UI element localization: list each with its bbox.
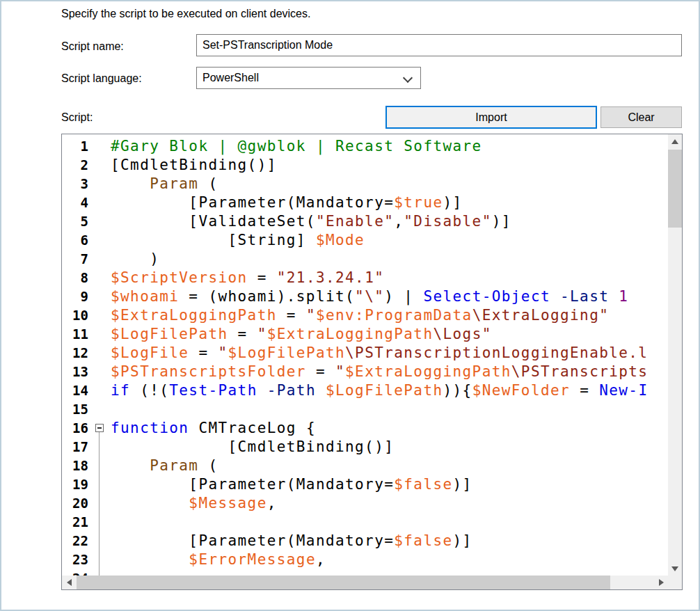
line-number: 16	[62, 419, 93, 438]
line-number: 24	[62, 569, 93, 576]
code-line[interactable]: $ScriptVersion = "21.3.24.1"	[111, 269, 668, 287]
line-number: 3	[62, 175, 93, 193]
code-token-plain: [ValidateSet(	[111, 213, 316, 230]
code-line[interactable]	[111, 569, 668, 576]
code-token-variable: $false	[394, 532, 452, 549]
code-token-variable: $PSTranscriptsFolder	[111, 363, 306, 380]
code-line[interactable]: $Message,	[111, 494, 668, 513]
code-token-variable: $LogFile	[111, 344, 189, 361]
code-token-plain: ,	[316, 551, 326, 568]
script-language-select[interactable]: PowerShell	[196, 67, 421, 89]
scroll-down-button[interactable]	[668, 562, 682, 576]
code-line[interactable]: #Gary Blok | @gwblok | Recast Software	[111, 137, 668, 156]
code-token-string: \Logs"	[433, 326, 491, 342]
code-token-plain: )]	[443, 194, 462, 211]
code-line[interactable]: [CmdletBinding()]	[111, 156, 668, 175]
line-number: 11	[62, 325, 93, 344]
code-token-plain	[550, 288, 560, 305]
code-line[interactable]: [String] $Mode	[111, 231, 668, 250]
code-token-plain: = (whoami).split(	[179, 288, 355, 305]
code-token-string: \PSTranscriptionLoggingEnable.l	[345, 344, 648, 361]
code-token-keyword: if	[111, 382, 130, 399]
import-button[interactable]: Import	[385, 106, 597, 129]
code-token-variable: $ExtraLoggingPath	[345, 363, 511, 380]
script-language-label: Script language:	[61, 72, 142, 85]
code-token-plain: =	[306, 363, 335, 380]
code-line[interactable]: [Parameter(Mandatory=$true)]	[111, 193, 668, 212]
code-token-variable: $ScriptVersion	[111, 269, 248, 286]
code-line[interactable]: )	[111, 250, 668, 269]
code-line[interactable]: $ExtraLoggingPath = "$env:ProgramData\Ex…	[111, 306, 668, 325]
line-number: 1	[62, 137, 93, 156]
line-number: 8	[62, 269, 93, 287]
code-token-plain: =	[248, 269, 277, 286]
code-token-string: "\"	[355, 288, 384, 305]
code-token-plain: CMTraceLog {	[189, 420, 316, 436]
code-token-plain: )]	[453, 532, 472, 549]
line-number: 23	[62, 550, 93, 569]
code-token-parameter: -Path	[267, 382, 316, 399]
line-number: 2	[62, 156, 93, 175]
scroll-left-button[interactable]	[62, 576, 76, 589]
code-line[interactable]: $PSTranscriptsFolder = "$ExtraLoggingPat…	[111, 363, 668, 381]
script-language-value: PowerShell	[202, 72, 259, 84]
code-line[interactable]: $ErrorMessage,	[111, 550, 668, 569]
code-token-plain: =	[277, 307, 306, 324]
scroll-up-icon	[671, 139, 678, 144]
code-line[interactable]	[111, 400, 668, 419]
scroll-down-icon	[671, 566, 678, 571]
line-number: 10	[62, 306, 93, 325]
code-lines[interactable]: #Gary Blok | @gwblok | Recast Software[C…	[106, 134, 668, 576]
code-line[interactable]: function CMTraceLog {	[111, 419, 668, 438]
code-token-variable: $ExtraLoggingPath	[267, 326, 433, 342]
code-line[interactable]: [CmdletBinding()]	[111, 438, 668, 457]
code-line[interactable]: [Parameter(Mandatory=$false)]	[111, 532, 668, 550]
script-name-input[interactable]	[196, 34, 682, 56]
chevron-down-icon	[403, 73, 413, 83]
scroll-left-icon	[67, 579, 72, 586]
code-token-plain: (	[198, 175, 218, 192]
scroll-up-button[interactable]	[668, 134, 682, 148]
code-token-variable: $LogFilePath	[228, 344, 346, 361]
code-token-cmdlet: Test-Path	[169, 382, 257, 399]
horizontal-scrollbar[interactable]	[62, 576, 668, 589]
code-line[interactable]: [ValidateSet("Enable","Disable")]	[111, 212, 668, 231]
line-number: 19	[62, 475, 93, 494]
line-number: 12	[62, 344, 93, 363]
fold-collapse-icon[interactable]	[95, 424, 104, 432]
code-line[interactable]: $LogFilePath = "$ExtraLoggingPath\Logs"	[111, 325, 668, 344]
code-token-keyword2: Param	[150, 175, 198, 192]
code-line[interactable]: $LogFile = "$LogFilePath\PSTranscription…	[111, 344, 668, 363]
line-number: 14	[62, 381, 93, 400]
code-line[interactable]: if (!(Test-Path -Path $LogFilePath)){$Ne…	[111, 381, 668, 400]
vertical-scrollbar[interactable]	[668, 134, 682, 576]
code-token-variable: $ErrorMessage	[189, 551, 316, 568]
line-number: 13	[62, 363, 93, 381]
code-token-plain	[257, 382, 267, 399]
code-line[interactable]: $whoami = (whoami).split("\") | Select-O…	[111, 287, 668, 306]
line-number: 5	[62, 212, 93, 231]
code-token-plain: )	[111, 251, 159, 267]
code-line[interactable]: [Parameter(Mandatory=$false)]	[111, 475, 668, 494]
clear-button[interactable]: Clear	[600, 106, 682, 128]
code-token-plain	[609, 288, 619, 305]
code-token-plain: [Parameter(Mandatory=	[111, 476, 394, 493]
code-line[interactable]: Param (	[111, 457, 668, 475]
code-token-keyword: function	[111, 420, 189, 436]
code-line[interactable]	[111, 513, 668, 532]
code-line[interactable]: Param (	[111, 175, 668, 193]
code-token-string: "	[335, 363, 345, 380]
vertical-scrollbar-thumb[interactable]	[668, 150, 682, 228]
code-token-plain	[111, 495, 189, 511]
fold-margin	[93, 134, 106, 576]
code-token-plain: (	[198, 457, 218, 474]
code-token-plain: )]	[492, 213, 511, 230]
code-token-string: "	[257, 326, 267, 342]
horizontal-scrollbar-thumb[interactable]	[77, 576, 610, 589]
line-number: 20	[62, 494, 93, 513]
scroll-right-button[interactable]	[654, 576, 668, 589]
script-editor: 123456789101112131415161718192021222324 …	[61, 134, 683, 590]
code-token-string: "21.3.24.1"	[277, 269, 384, 286]
code-token-variable: $NewFolder	[472, 382, 570, 399]
script-label: Script:	[61, 111, 93, 124]
